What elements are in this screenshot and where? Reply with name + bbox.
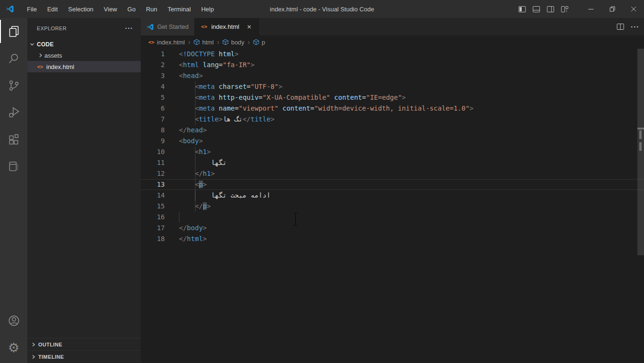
breadcrumb-body[interactable]: body [222, 39, 244, 46]
accounts-button[interactable] [0, 307, 27, 334]
menu-terminal[interactable]: Terminal [162, 0, 196, 18]
code-line-12[interactable]: 12 </h1> [141, 168, 644, 179]
tab-get-started[interactable]: Get Started [141, 18, 195, 35]
code-line-17[interactable]: 17</body> [141, 223, 644, 233]
code-line-16[interactable]: 16 [141, 212, 644, 223]
breadcrumb-label: index.html [157, 39, 185, 46]
menu-file[interactable]: File [22, 0, 42, 18]
code-line-2[interactable]: 2<html lang="fa-IR"> [141, 60, 644, 70]
split-editor-icon[interactable] [617, 23, 624, 30]
breadcrumb-html[interactable]: html [194, 39, 214, 46]
editor-scrollbar[interactable] [637, 49, 644, 363]
run-debug-activity-button[interactable] [0, 99, 27, 126]
extensions-icon [8, 133, 20, 146]
timeline-panel-header[interactable]: TIMELINE [27, 350, 141, 363]
indent-guide [195, 103, 195, 114]
restore-button[interactable] [602, 0, 623, 18]
outline-panel-header[interactable]: OUTLINE [27, 338, 141, 350]
menu-go[interactable]: Go [122, 0, 141, 18]
breadcrumb-file[interactable]: <> index.html [148, 39, 185, 46]
indent-guide [195, 92, 195, 103]
html-file-icon: <> [148, 39, 154, 45]
code-text: </body> [165, 224, 207, 232]
code-text: <h1> [165, 148, 211, 156]
indent-guide [179, 212, 179, 223]
line-number: 11 [141, 157, 165, 168]
line-number: 15 [141, 201, 165, 212]
code-lines: 1<!DOCTYPE html>2<html lang="fa-IR">3<he… [141, 49, 644, 244]
toggle-sidebar-icon[interactable] [518, 5, 526, 13]
code-line-13[interactable]: 13 <p> [141, 179, 644, 190]
explorer-more-actions-icon[interactable]: ··· [121, 25, 137, 32]
menu-help[interactable]: Help [196, 0, 219, 18]
search-activity-button[interactable] [0, 45, 27, 72]
close-window-button[interactable] [623, 0, 644, 18]
close-tab-icon[interactable]: ✕ [245, 23, 254, 31]
customize-layout-icon[interactable] [560, 5, 569, 13]
breadcrumb-separator: › [217, 38, 220, 46]
line-number: 18 [141, 233, 165, 244]
settings-button[interactable]: ⚙ [0, 334, 27, 361]
source-control-activity-button[interactable] [0, 72, 27, 99]
line-number: 14 [141, 190, 165, 201]
toggle-secondary-sidebar-icon[interactable] [546, 5, 555, 13]
tree-item-assets[interactable]: assets [27, 50, 141, 61]
code-text: <!DOCTYPE html> [165, 50, 238, 58]
code-text: <head> [165, 72, 203, 79]
tab-index-html[interactable]: <> index.html ✕ [195, 18, 259, 35]
line-number: 13 [141, 179, 165, 190]
breadcrumb-label: p [262, 39, 265, 46]
toggle-panel-icon[interactable] [532, 5, 541, 13]
outline-panel-label: OUTLINE [38, 342, 62, 347]
code-line-9[interactable]: 9<body> [141, 136, 644, 147]
explorer-section-label: CODE [37, 41, 54, 48]
breadcrumb-separator: › [248, 38, 250, 46]
line-number: 12 [141, 168, 165, 179]
line-number: 5 [141, 92, 165, 103]
code-text [165, 213, 179, 221]
code-line-4[interactable]: 4 <meta charset="UTF-8"> [141, 81, 644, 92]
editor-tab-bar: Get Started <> index.html ✕ ··· [141, 18, 644, 35]
code-line-5[interactable]: 5 <meta http-equiv="X-UA-Compatible" con… [141, 92, 644, 103]
breadcrumb-p[interactable]: p [253, 39, 265, 46]
overview-ruler-highlight-mark [639, 130, 642, 139]
more-actions-icon[interactable]: ··· [631, 23, 639, 31]
explorer-section-code[interactable]: CODE [27, 39, 141, 50]
code-line-1[interactable]: 1<!DOCTYPE html> [141, 49, 644, 60]
extensions-activity-button[interactable] [0, 126, 27, 153]
explorer-activity-button[interactable] [0, 18, 27, 45]
overview-ruler-cursor-mark [637, 128, 644, 130]
tab-label: index.html [211, 23, 239, 30]
code-line-3[interactable]: 3<head> [141, 70, 644, 81]
code-line-7[interactable]: 7 <title>تگ ها</title> [141, 114, 644, 125]
code-line-10[interactable]: 10 <h1> [141, 147, 644, 157]
editor[interactable]: 1<!DOCTYPE html>2<html lang="fa-IR">3<he… [141, 49, 644, 363]
menu-selection[interactable]: Selection [63, 0, 98, 18]
notebook-activity-button[interactable] [0, 153, 27, 180]
menu-view[interactable]: View [99, 0, 122, 18]
code-text: ادامه مبحث تگها [165, 191, 271, 199]
code-text: تگها [165, 159, 227, 166]
menu-run[interactable]: Run [141, 0, 162, 18]
line-number: 9 [141, 136, 165, 147]
code-line-18[interactable]: 18</html> [141, 233, 644, 244]
code-text: <body> [165, 137, 203, 145]
indent-guide [195, 81, 195, 92]
tree-item-index-html[interactable]: <> index.html [27, 61, 141, 72]
chevron-right-icon [31, 354, 36, 359]
code-line-6[interactable]: 6 <meta name="viewport" content="width=d… [141, 103, 644, 114]
code-line-14[interactable]: 14 ادامه مبحث تگها [141, 190, 644, 201]
breadcrumb: <> index.html › html › body › [141, 35, 644, 49]
search-icon [8, 52, 20, 65]
explorer-title: EXPLORER [37, 26, 67, 31]
code-line-8[interactable]: 8</head> [141, 125, 644, 136]
breadcrumb-label: body [231, 39, 244, 46]
menu-edit[interactable]: Edit [42, 0, 63, 18]
code-line-11[interactable]: 11 تگها [141, 157, 644, 168]
code-line-15[interactable]: 15 </p> [141, 201, 644, 212]
html-file-icon: <> [36, 64, 44, 70]
minimize-button[interactable] [580, 0, 602, 18]
code-text: <html lang="fa-IR"> [165, 61, 254, 69]
code-text: </head> [165, 126, 207, 134]
scrollbar-slider[interactable] [637, 49, 644, 255]
